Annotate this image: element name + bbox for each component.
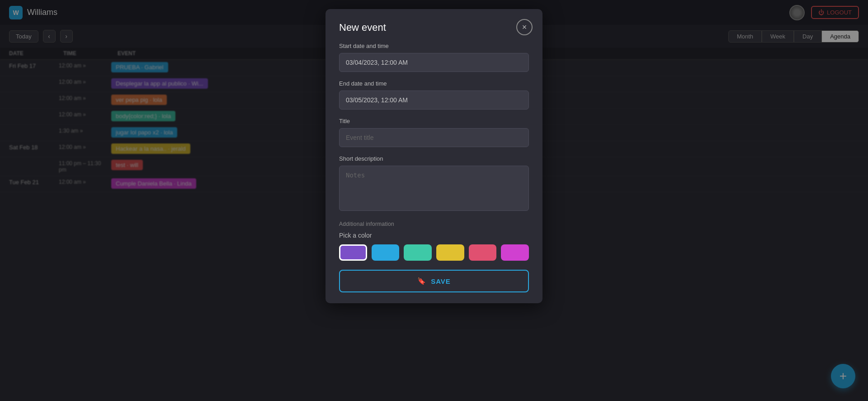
modal-overlay: New event × Start date and time End date… [0, 0, 868, 401]
start-date-label: Start date and time [339, 43, 529, 49]
close-button[interactable]: × [516, 19, 533, 35]
end-date-label: End date and time [339, 80, 529, 87]
additional-info-label: Additional information [339, 221, 529, 227]
color-picker-label: Pick a color [339, 232, 529, 239]
color-swatch-coral[interactable] [469, 244, 497, 261]
color-swatch-purple[interactable] [339, 244, 367, 261]
desc-label: Short description [339, 155, 529, 162]
color-swatch-blue[interactable] [372, 244, 400, 261]
save-icon: 🔖 [417, 277, 426, 285]
color-swatch-teal[interactable] [404, 244, 432, 261]
save-button[interactable]: 🔖 SAVE [339, 270, 529, 292]
color-swatch-magenta[interactable] [501, 244, 529, 261]
event-title-input[interactable] [339, 128, 529, 147]
start-date-input[interactable] [339, 53, 529, 72]
modal-title: New event [339, 22, 529, 33]
new-event-modal: New event × Start date and time End date… [326, 9, 542, 303]
color-swatches [339, 244, 529, 261]
title-label: Title [339, 118, 529, 124]
notes-input[interactable] [339, 166, 529, 211]
save-label: SAVE [431, 277, 451, 285]
color-swatch-yellow[interactable] [436, 244, 464, 261]
end-date-input[interactable] [339, 91, 529, 110]
